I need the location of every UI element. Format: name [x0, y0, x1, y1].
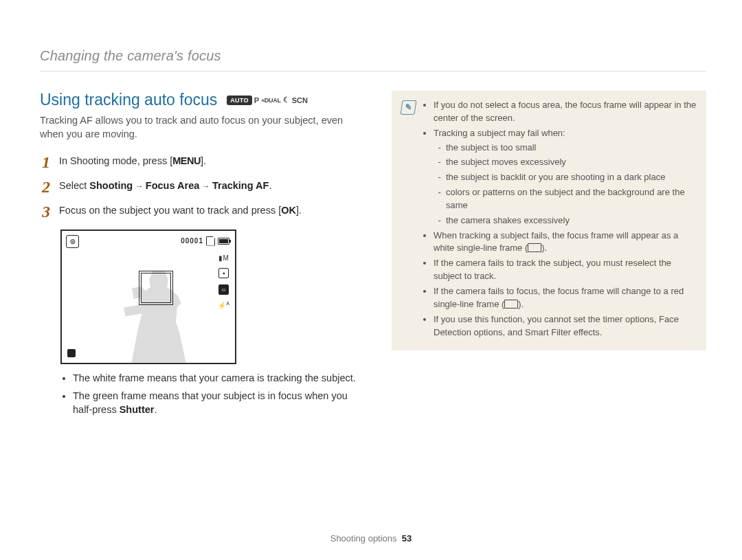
note-item: If the camera fails to track the subject…	[434, 257, 697, 283]
section-title: Using tracking auto focus	[40, 91, 217, 109]
flash-auto-icon: ⚡A	[218, 301, 229, 309]
page-footer: Shooting options 53	[0, 533, 742, 544]
nav-focus-area: Focus Area	[146, 180, 199, 191]
white-frame-icon	[528, 243, 541, 252]
right-column: ✎ If you do not select a focus area, the…	[392, 91, 706, 421]
step-number: 2	[40, 179, 52, 195]
mode-p-icon: P	[254, 96, 259, 104]
mode-indicator-icon: ◎	[66, 235, 79, 248]
resolution-icon: ▮M	[218, 254, 228, 262]
metering-icon: ⊡	[218, 284, 229, 295]
battery-icon	[218, 238, 229, 245]
mode-dual-icon: «DUAL	[261, 97, 281, 104]
mode-auto-icon: AUTO	[227, 96, 252, 105]
note-item: If you use this function, you cannot set…	[434, 313, 697, 339]
note-item: If the camera fails to focus, the focus …	[434, 285, 697, 311]
sd-card-icon	[206, 236, 215, 246]
note-sub-item: colors or patterns on the subject and th…	[446, 186, 697, 212]
frame-green-note: The green frame means that your subject …	[73, 389, 363, 416]
shutter-label: Shutter	[120, 404, 155, 415]
shot-counter: 00001	[181, 237, 203, 245]
step-number: 1	[40, 154, 52, 170]
mode-strip: AUTO P «DUAL ☾ SCN	[227, 96, 308, 105]
mode-scn-icon: SCN	[292, 96, 308, 104]
ok-button-label: OK	[281, 205, 296, 216]
step-number: 3	[40, 203, 52, 220]
page-number: 53	[402, 533, 412, 544]
note-sub-item: the subject is too small	[446, 142, 697, 155]
note-item: When tracking a subject fails, the focus…	[434, 229, 697, 256]
red-frame-icon	[504, 300, 518, 309]
nav-tracking-af: Tracking AF	[212, 180, 269, 191]
note-callout: ✎ If you do not select a focus area, the…	[392, 91, 706, 350]
step-2: 2 Select Shooting → Focus Area → Trackin…	[40, 179, 363, 195]
focus-frame	[139, 271, 173, 305]
note-item: Tracking a subject may fail when: the su…	[434, 127, 697, 227]
single-shot-icon: ▪	[218, 268, 229, 278]
footer-section: Shooting options	[330, 533, 397, 544]
step-1: 1 In Shooting mode, press [MENU].	[40, 154, 363, 170]
note-icon: ✎	[401, 100, 417, 115]
nav-shooting: Shooting	[89, 180, 133, 191]
note-sub-item: the subject is backlit or you are shooti…	[446, 171, 697, 184]
breadcrumb: Changing the camera's focus	[40, 48, 706, 71]
step1-text: In Shooting mode, press [	[59, 155, 172, 166]
frame-white-note: The white frame means that your camera i…	[73, 371, 363, 385]
left-column: Using tracking auto focus AUTO P «DUAL ☾…	[40, 91, 363, 421]
note-item: If you do not select a focus area, the f…	[434, 99, 697, 125]
mode-moon-icon: ☾	[283, 96, 290, 104]
menu-button-label: MENU	[172, 155, 201, 166]
note-sub-item: the camera shakes excessively	[446, 214, 697, 227]
intro-text: Tracking AF allows you to track and auto…	[40, 113, 363, 142]
note-sub-item: the subject moves excessively	[446, 156, 697, 169]
step-3: 3 Focus on the subject you want to track…	[40, 203, 363, 220]
viewfinder-illustration: ◎ 00001 ▮M ▪ ⊡ ⚡A	[60, 229, 236, 364]
ois-icon	[67, 349, 76, 357]
